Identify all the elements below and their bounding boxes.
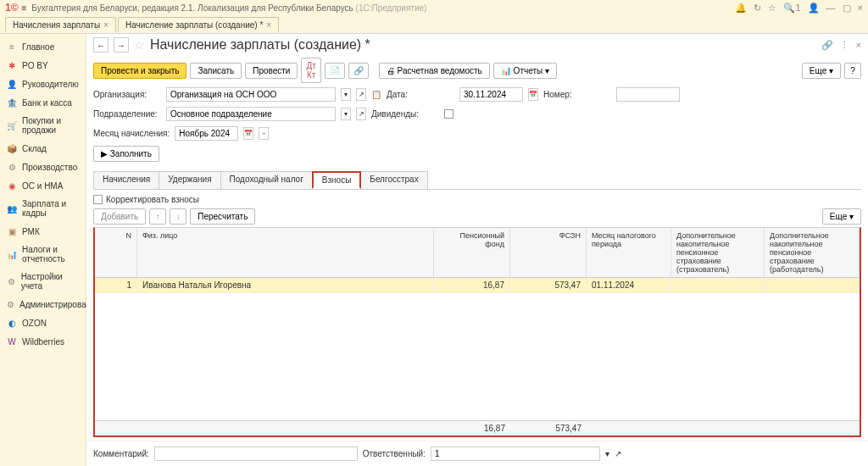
sidebar-item-label: Настройки учета xyxy=(21,272,79,291)
forward-button[interactable]: → xyxy=(114,37,129,53)
open-icon[interactable]: ↗ xyxy=(356,88,366,101)
eshe-grid-button[interactable]: Еще ▾ xyxy=(822,208,861,225)
close-icon[interactable]: × xyxy=(103,20,108,30)
sidebar-item-7[interactable]: ◉ОС и НМА xyxy=(0,176,86,195)
eshe-button[interactable]: Еще ▾ xyxy=(802,63,841,79)
document-tabs: Начисления зарплаты × Начисление зарплат… xyxy=(0,15,868,34)
tab-nachislenie-zarplaty-sozdanie[interactable]: Начисление зарплаты (создание) * × xyxy=(118,17,279,32)
link-icon-button[interactable]: 🔗 xyxy=(348,63,369,79)
col-fiz-lico[interactable]: Физ. лицо xyxy=(137,228,434,277)
sidebar-item-2[interactable]: 👤Руководителю xyxy=(0,75,86,93)
sidebar-icon: ◐ xyxy=(7,318,17,328)
col-dop-strah[interactable]: Дополнительное накопительное пенсионное … xyxy=(671,228,765,277)
komm-input[interactable] xyxy=(154,447,358,461)
dropdown-icon[interactable]: ▾ xyxy=(605,449,609,458)
mes-label: Месяц начисления: xyxy=(93,129,170,138)
table-row[interactable]: 1 Иванова Наталья Игоревна 16,87 573,47 … xyxy=(95,278,860,293)
sidebar-item-8[interactable]: 👥Зарплата и кадры xyxy=(0,195,86,222)
open-icon[interactable]: ↗ xyxy=(356,108,366,120)
mes-input[interactable] xyxy=(175,126,238,141)
restore-icon[interactable]: ▢ xyxy=(843,3,851,14)
tab-belgosstrah[interactable]: Белгосстрах xyxy=(360,171,427,189)
sidebar: ≡Главное✱PO BY👤Руководителю🏦Банк и касса… xyxy=(0,34,86,466)
calendar-icon[interactable]: 📅 xyxy=(528,88,538,101)
podr-input[interactable] xyxy=(166,107,336,121)
sidebar-item-5[interactable]: 📦Склад xyxy=(0,139,86,158)
calendar-icon[interactable]: 📋 xyxy=(371,90,381,99)
open-icon[interactable]: ↗ xyxy=(615,449,621,458)
history-icon[interactable]: ↻ xyxy=(754,3,761,14)
help-button[interactable]: ? xyxy=(844,63,861,79)
user-icon[interactable]: 👤 xyxy=(808,3,820,14)
calendar-icon[interactable]: 📅 xyxy=(243,127,253,140)
raschet-vedomost-button[interactable]: 🖨 Расчетная ведомость xyxy=(379,63,490,79)
minimize-icon[interactable]: — xyxy=(826,3,836,13)
nomer-input[interactable] xyxy=(616,87,680,102)
provesti-zakryt-button[interactable]: Провести и закрыть xyxy=(93,63,186,79)
tab-podohodnyy-nalog[interactable]: Подоходный налог xyxy=(220,171,313,189)
tab-nachisleniya-zarplaty[interactable]: Начисления зарплаты × xyxy=(5,17,116,32)
dropdown-icon[interactable]: ▾ xyxy=(341,108,351,120)
sidebar-item-10[interactable]: 📊Налоги и отчетность xyxy=(0,241,86,268)
sidebar-item-6[interactable]: ⚙Производство xyxy=(0,158,86,176)
sidebar-item-13[interactable]: ◐OZON xyxy=(0,313,86,332)
sidebar-icon: 📊 xyxy=(7,249,17,259)
sidebar-item-14[interactable]: WWildberries xyxy=(0,332,86,351)
bell-icon[interactable]: 🔔 xyxy=(735,3,747,14)
dobavit-button[interactable]: Добавить xyxy=(93,208,146,225)
more-icon[interactable]: ⋮ xyxy=(840,40,849,51)
sidebar-item-3[interactable]: 🏦Банк и касса xyxy=(0,93,86,112)
provesti-button[interactable]: Провести xyxy=(245,63,298,79)
search-icon[interactable]: 🔍1 xyxy=(783,3,800,14)
sidebar-item-label: Склад xyxy=(22,144,47,153)
burger-icon[interactable]: ≡ xyxy=(22,3,27,13)
col-fszn[interactable]: ФСЗН xyxy=(510,228,587,277)
sidebar-item-12[interactable]: ⚙Администрирование xyxy=(0,295,86,313)
sidebar-icon: ◉ xyxy=(7,180,17,191)
dividend-checkbox[interactable] xyxy=(444,109,453,119)
sidebar-item-1[interactable]: ✱PO BY xyxy=(0,56,86,75)
spinner-icon[interactable]: ÷ xyxy=(259,127,269,140)
page-header: ← → ☆ Начисление зарплаты (создание) * 🔗… xyxy=(86,34,868,56)
sidebar-item-11[interactable]: ⚙Настройки учета xyxy=(0,268,86,295)
sidebar-item-label: РМК xyxy=(22,227,40,236)
move-down-button[interactable]: ↓ xyxy=(170,208,186,225)
page-title: Начисление зарплаты (создание) * xyxy=(150,37,370,53)
move-up-button[interactable]: ↑ xyxy=(149,208,166,225)
korr-checkbox[interactable] xyxy=(93,195,103,204)
sidebar-item-4[interactable]: 🛒Покупки и продажи xyxy=(0,112,86,139)
sidebar-item-9[interactable]: ▣РМК xyxy=(0,222,86,241)
back-button[interactable]: ← xyxy=(93,37,108,53)
sidebar-icon: 📦 xyxy=(7,143,17,153)
data-label: Дата: xyxy=(387,90,454,99)
org-input[interactable] xyxy=(166,87,336,102)
tab-vznosy[interactable]: Взносы xyxy=(312,171,362,189)
main-toolbar: Провести и закрыть Записать Провести ДтК… xyxy=(86,56,868,85)
otchety-button[interactable]: 📊 Отчеты ▾ xyxy=(493,63,557,79)
doc-icon-button[interactable]: 📄 xyxy=(325,63,345,79)
zapolnit-button[interactable]: ▶ Заполнить xyxy=(93,146,159,162)
close-icon[interactable]: × xyxy=(858,3,863,13)
sidebar-item-label: Зарплата и кадры xyxy=(22,199,79,218)
zapisat-button[interactable]: Записать xyxy=(190,63,242,79)
data-input[interactable] xyxy=(459,87,523,102)
pereschitat-button[interactable]: Пересчитать xyxy=(190,208,255,225)
dividend-label: Дивиденды: xyxy=(371,109,439,119)
favorite-icon[interactable]: ☆ xyxy=(134,38,145,52)
col-n[interactable]: N xyxy=(95,228,137,277)
close-page-icon[interactable]: × xyxy=(856,40,861,51)
tab-uderzhaniya[interactable]: Удержания xyxy=(159,171,220,189)
dropdown-icon[interactable]: ▾ xyxy=(341,88,351,101)
sidebar-item-0[interactable]: ≡Главное xyxy=(0,37,86,56)
link-icon[interactable]: 🔗 xyxy=(821,40,833,51)
tab-nachisleniya[interactable]: Начисления xyxy=(93,171,159,189)
star-icon[interactable]: ☆ xyxy=(768,3,776,14)
sidebar-icon: 🏦 xyxy=(7,97,17,108)
col-mesyac[interactable]: Месяц налогового периода xyxy=(587,228,671,277)
close-icon[interactable]: × xyxy=(266,20,271,30)
otv-input[interactable] xyxy=(431,447,600,461)
col-dop-rabot[interactable]: Дополнительное накопительное пенсионное … xyxy=(765,228,860,277)
dtk-button[interactable]: ДтКт xyxy=(301,58,320,83)
col-pensionnyy-fond[interactable]: Пенсионный фонд xyxy=(434,228,510,277)
org-label: Организация: xyxy=(93,90,161,99)
